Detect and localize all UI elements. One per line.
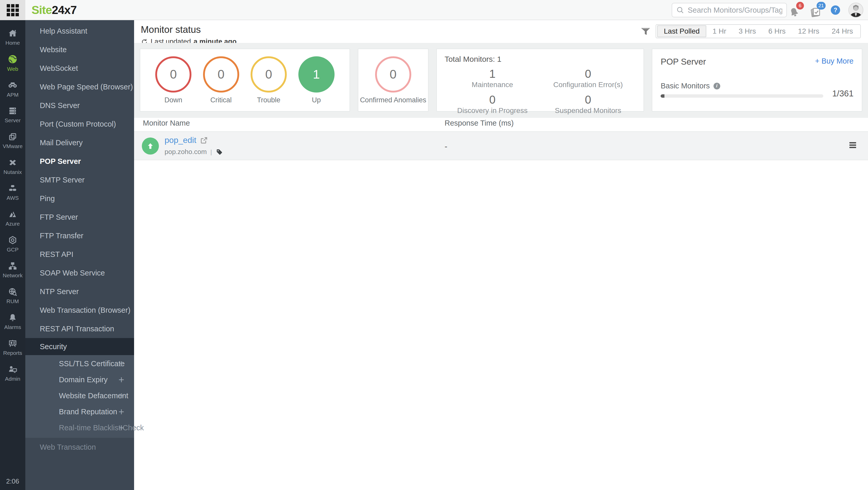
column-response-time[interactable]: Response Time (ms)	[444, 119, 514, 127]
plus-icon[interactable]: +	[119, 372, 124, 388]
rail-item-nutanix[interactable]: Nutanix	[0, 154, 25, 179]
status-down[interactable]: 0 Down	[155, 56, 191, 104]
plus-icon[interactable]: +	[119, 356, 124, 372]
column-monitor-name[interactable]: Monitor Name	[143, 119, 190, 127]
response-time-value: -	[444, 142, 447, 151]
sidebar-item-mail-delivery[interactable]: Mail Delivery	[25, 133, 134, 152]
user-avatar[interactable]	[848, 3, 863, 18]
sidebar-item-dns-server[interactable]: DNS Server	[25, 96, 134, 115]
aws-icon	[8, 183, 18, 193]
sidebar-item-ping[interactable]: Ping	[25, 189, 134, 208]
rail-item-server[interactable]: Server	[0, 102, 25, 128]
usage-count: 1/361	[832, 89, 854, 98]
trouble-count: 0	[251, 56, 287, 93]
filter-1hr[interactable]: 1 Hr	[706, 25, 733, 37]
status-trouble[interactable]: 0 Trouble	[251, 56, 287, 104]
status-up[interactable]: 1 Up	[299, 56, 335, 104]
rail-item-azure[interactable]: Azure	[0, 205, 25, 231]
filter-funnel-icon[interactable]	[640, 26, 651, 37]
global-search[interactable]	[672, 3, 787, 17]
external-link-icon[interactable]	[200, 136, 208, 144]
rail-item-network[interactable]: Network	[0, 257, 25, 283]
plus-icon[interactable]: +	[119, 404, 124, 420]
sidebar-item-ftp-server[interactable]: FTP Server	[25, 208, 134, 226]
filter-last-polled[interactable]: Last Polled	[657, 25, 707, 37]
sidebar-item-smtp-server[interactable]: SMTP Server	[25, 171, 134, 189]
rail-item-apm[interactable]: APM	[0, 76, 25, 102]
anomalies-card[interactable]: 0 Confirmed Anomalies	[358, 49, 429, 112]
server-icon	[8, 106, 18, 116]
binoculars-icon	[7, 80, 18, 90]
usage-progress-bar	[660, 94, 823, 98]
rail-label: APM	[7, 92, 19, 98]
rail-item-aws[interactable]: AWS	[0, 179, 25, 205]
status-critical[interactable]: 0 Critical	[203, 56, 239, 104]
sidebar-item-web-transaction-browser[interactable]: Web Transaction (Browser)	[25, 301, 134, 319]
rail-item-admin[interactable]: Admin	[0, 360, 25, 386]
tasks-button[interactable]: 21	[809, 2, 823, 18]
rail-label: Server	[5, 117, 21, 124]
app-grid-button[interactable]	[0, 0, 25, 20]
sidebar-item-web-page-speed[interactable]: Web Page Speed (Browser)	[25, 78, 134, 96]
plus-icon[interactable]: +	[119, 420, 124, 436]
rail-item-alarms[interactable]: Alarms	[0, 309, 25, 334]
sidebar-item-website-defacement[interactable]: Website Defacement +	[25, 388, 134, 404]
sidebar-item-ntp-server[interactable]: NTP Server	[25, 282, 134, 301]
gcp-icon	[8, 235, 18, 245]
filter-3hrs[interactable]: 3 Hrs	[733, 25, 762, 37]
sidebar-item-website[interactable]: Website	[25, 40, 134, 59]
sidebar-item-rest-api[interactable]: REST API	[25, 245, 134, 264]
row-menu-icon[interactable]	[849, 142, 856, 149]
sidebar-item-ftp-transfer[interactable]: FTP Transfer	[25, 226, 134, 245]
question-icon: ?	[834, 7, 837, 14]
sidebar-item-web-transaction[interactable]: Web Transaction	[25, 438, 134, 456]
rail-label: Web	[7, 66, 18, 72]
rail-item-gcp[interactable]: GCP	[0, 231, 25, 257]
site24x7-logo[interactable]: Site24x7	[32, 0, 77, 20]
top-bar: Site24x7 6 21 ?	[0, 0, 868, 20]
monitor-link[interactable]: pop_edit	[164, 135, 196, 145]
tasks-badge: 21	[816, 2, 826, 9]
rail-label: Admin	[5, 376, 21, 382]
help-button[interactable]: ?	[831, 5, 840, 15]
monitor-table: Monitor Name Response Time (ms) pop_edit…	[134, 116, 868, 160]
rail-item-rum[interactable]: RUM	[0, 283, 25, 309]
notifications-button[interactable]: 6	[787, 2, 801, 18]
sidebar-item-port[interactable]: Port (Custom Protocol)	[25, 115, 134, 133]
sidebar-item-domain-expiry[interactable]: Domain Expiry +	[25, 372, 134, 388]
filter-12hrs[interactable]: 12 Hrs	[792, 25, 826, 37]
sidebar-item-websocket[interactable]: WebSocket	[25, 59, 134, 78]
rail-item-home[interactable]: Home	[0, 24, 25, 50]
anomalies-count: 0	[375, 56, 411, 93]
table-row[interactable]: pop_edit pop.zoho.com | -	[134, 131, 868, 160]
buy-more-link[interactable]: + Buy More	[815, 57, 854, 65]
rail-item-web[interactable]: Web	[0, 50, 25, 76]
network-icon	[8, 261, 18, 271]
sidebar-section-security[interactable]: Security	[25, 338, 134, 355]
security-submenu: SSL/TLS Certificate + Domain Expiry + We…	[25, 355, 134, 438]
stat-maintenance[interactable]: 1 Maintenance	[444, 68, 540, 89]
stat-configuration-errors[interactable]: 0 Configuration Error(s)	[540, 68, 636, 89]
sidebar-item-ssl-tls-certificate[interactable]: SSL/TLS Certificate +	[25, 356, 134, 372]
info-icon[interactable]: i	[714, 83, 720, 89]
notifications-badge: 6	[796, 2, 804, 9]
stat-suspended-monitors[interactable]: 0 Suspended Monitors	[540, 94, 636, 115]
rail-item-reports[interactable]: Reports	[0, 334, 25, 360]
plus-icon[interactable]: +	[119, 388, 124, 404]
up-arrow-icon	[146, 142, 154, 150]
sidebar-item-help-assistant[interactable]: Help Assistant	[25, 22, 134, 40]
stat-discovery-in-progress[interactable]: 0 Discovery in Progress	[444, 94, 540, 115]
sidebar-item-brand-reputation[interactable]: Brand Reputation +	[25, 404, 134, 420]
sidebar-item-soap-web-service[interactable]: SOAP Web Service	[25, 264, 134, 282]
rail-item-vmware[interactable]: VMware	[0, 128, 25, 154]
sidebar-item-realtime-blacklist-check[interactable]: Real-time Blacklist Check +	[25, 420, 134, 436]
tag-icon[interactable]	[216, 148, 223, 156]
filter-6hrs[interactable]: 6 Hrs	[762, 25, 792, 37]
sidebar-item-pop-server[interactable]: POP Server	[25, 152, 134, 171]
alarm-bell-icon	[8, 313, 18, 323]
up-status-badge	[142, 137, 159, 155]
rail-label: VMware	[3, 143, 23, 149]
filter-24hrs[interactable]: 24 Hrs	[826, 25, 859, 37]
sidebar-item-rest-api-transaction[interactable]: REST API Transaction	[25, 319, 134, 338]
search-input[interactable]	[688, 6, 782, 14]
